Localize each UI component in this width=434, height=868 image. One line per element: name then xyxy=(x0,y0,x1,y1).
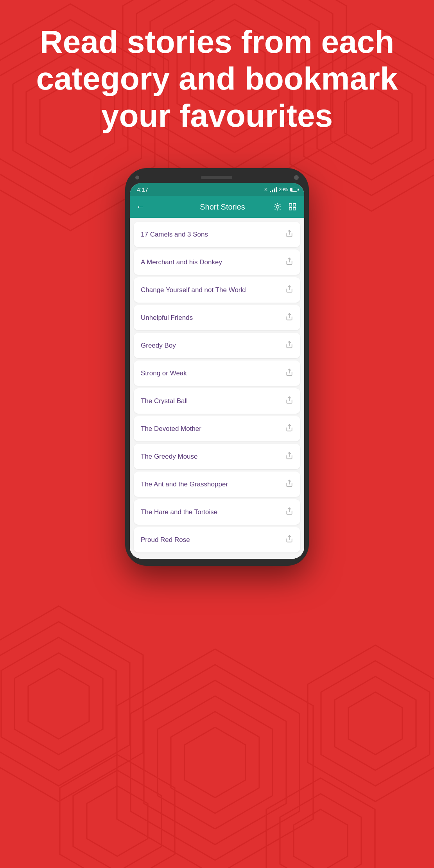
story-item[interactable]: Unhelpful Friends xyxy=(134,305,300,330)
phone-body: 4:17 ✕ 29% ← xyxy=(125,168,309,566)
share-icon[interactable] xyxy=(285,368,293,378)
share-icon[interactable] xyxy=(285,285,293,295)
story-title: The Greedy Mouse xyxy=(141,453,198,461)
story-item[interactable]: The Crystal Ball xyxy=(134,388,300,414)
svg-rect-52 xyxy=(293,208,296,210)
share-icon[interactable] xyxy=(285,396,293,406)
story-item[interactable]: The Greedy Mouse xyxy=(134,444,300,469)
share-icon[interactable] xyxy=(285,535,293,545)
phone-mockup: 4:17 ✕ 29% ← xyxy=(125,168,309,566)
svg-line-47 xyxy=(275,209,276,210)
hero-title: Read stories from each category and book… xyxy=(23,23,411,134)
story-title: The Devoted Mother xyxy=(141,425,201,433)
share-icon[interactable] xyxy=(285,313,293,323)
phone-notch xyxy=(130,175,304,183)
back-button[interactable]: ← xyxy=(136,202,145,212)
share-icon[interactable] xyxy=(285,507,293,517)
share-icon[interactable] xyxy=(285,424,293,434)
story-item[interactable]: A Merchant and his Donkey xyxy=(134,249,300,275)
svg-rect-49 xyxy=(289,204,292,206)
battery-icon xyxy=(290,188,297,192)
story-title: Unhelpful Friends xyxy=(141,314,193,322)
story-title: The Hare and the Tortoise xyxy=(141,508,217,516)
svg-line-46 xyxy=(280,209,280,210)
app-toolbar: ← Short Stories xyxy=(130,196,304,218)
share-icon[interactable] xyxy=(285,341,293,350)
hero-section: Read stories from each category and book… xyxy=(0,23,434,134)
toolbar-action-icons xyxy=(272,201,298,212)
story-item[interactable]: The Devoted Mother xyxy=(134,416,300,441)
brightness-icon[interactable] xyxy=(272,201,283,212)
phone-sensor xyxy=(294,175,299,180)
story-title: Strong or Weak xyxy=(141,369,187,377)
story-title: The Ant and the Grasshopper xyxy=(141,481,228,488)
status-bar: 4:17 ✕ 29% xyxy=(130,183,304,196)
share-icon[interactable] xyxy=(285,479,293,489)
list-view-icon[interactable] xyxy=(287,201,298,212)
status-indicators: ✕ 29% xyxy=(264,187,297,192)
story-title: Proud Red Rose xyxy=(141,536,190,544)
share-icon[interactable] xyxy=(285,452,293,461)
svg-rect-50 xyxy=(293,204,296,206)
phone-speaker xyxy=(201,176,232,179)
story-list: 17 Camels and 3 Sons A Merchant and his … xyxy=(130,218,304,559)
no-signal-icon: ✕ xyxy=(264,187,268,192)
story-item[interactable]: Greedy Boy xyxy=(134,333,300,358)
svg-rect-51 xyxy=(289,208,292,210)
story-item[interactable]: 17 Camels and 3 Sons xyxy=(134,222,300,247)
signal-icon xyxy=(270,187,277,192)
svg-point-40 xyxy=(276,205,279,208)
svg-line-45 xyxy=(275,204,276,205)
share-icon[interactable] xyxy=(285,257,293,267)
front-camera xyxy=(135,176,139,179)
svg-line-48 xyxy=(280,204,280,205)
story-item[interactable]: Proud Red Rose xyxy=(134,527,300,552)
story-title: A Merchant and his Donkey xyxy=(141,258,222,266)
share-icon[interactable] xyxy=(285,230,293,239)
story-title: The Crystal Ball xyxy=(141,397,188,405)
story-item[interactable]: Change Yourself and not The World xyxy=(134,277,300,303)
phone-screen: 4:17 ✕ 29% ← xyxy=(130,183,304,559)
story-title: 17 Camels and 3 Sons xyxy=(141,231,208,239)
story-title: Change Yourself and not The World xyxy=(141,286,246,294)
story-title: Greedy Boy xyxy=(141,342,176,350)
story-item[interactable]: The Hare and the Tortoise xyxy=(134,499,300,525)
story-item[interactable]: The Ant and the Grasshopper xyxy=(134,472,300,497)
battery-percentage: 29% xyxy=(279,187,288,192)
story-item[interactable]: Strong or Weak xyxy=(134,360,300,386)
status-time: 4:17 xyxy=(137,186,148,193)
